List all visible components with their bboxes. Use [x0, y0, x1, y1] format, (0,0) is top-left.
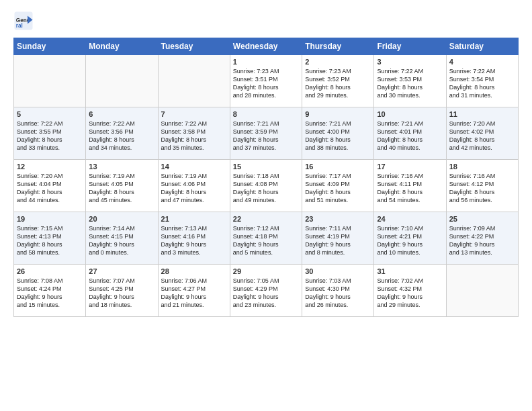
day-info: Sunrise: 7:16 AM Sunset: 4:11 PM Dayligh… [377, 172, 443, 205]
calendar-week-5: 26Sunrise: 7:08 AM Sunset: 4:24 PM Dayli… [14, 265, 519, 317]
day-info: Sunrise: 7:22 AM Sunset: 3:55 PM Dayligh… [17, 120, 83, 152]
calendar-cell: 5Sunrise: 7:22 AM Sunset: 3:55 PM Daylig… [14, 107, 86, 160]
day-number: 13 [89, 163, 154, 171]
day-info: Sunrise: 7:15 AM Sunset: 4:13 PM Dayligh… [17, 224, 83, 257]
day-info: Sunrise: 7:21 AM Sunset: 4:01 PM Dayligh… [377, 120, 443, 152]
day-info: Sunrise: 7:20 AM Sunset: 4:02 PM Dayligh… [449, 120, 515, 152]
calendar-table: SundayMondayTuesdayWednesdayThursdayFrid… [13, 38, 519, 317]
weekday-header-thursday: Thursday [302, 38, 374, 55]
day-info: Sunrise: 7:03 AM Sunset: 4:30 PM Dayligh… [305, 277, 371, 310]
day-info: Sunrise: 7:18 AM Sunset: 4:08 PM Dayligh… [233, 172, 299, 205]
day-number: 1 [233, 58, 299, 66]
header: Gene ral [13, 11, 519, 31]
day-number: 4 [449, 58, 515, 66]
calendar-cell: 3Sunrise: 7:22 AM Sunset: 3:53 PM Daylig… [374, 55, 446, 107]
day-number: 14 [161, 163, 227, 171]
day-number: 31 [377, 267, 443, 275]
calendar-cell: 11Sunrise: 7:20 AM Sunset: 4:02 PM Dayli… [446, 107, 518, 160]
calendar-cell: 13Sunrise: 7:19 AM Sunset: 4:05 PM Dayli… [86, 160, 158, 212]
calendar-week-3: 12Sunrise: 7:20 AM Sunset: 4:04 PM Dayli… [14, 160, 519, 212]
day-info: Sunrise: 7:21 AM Sunset: 4:00 PM Dayligh… [305, 120, 371, 152]
day-number: 10 [377, 110, 443, 118]
calendar-cell: 22Sunrise: 7:12 AM Sunset: 4:18 PM Dayli… [230, 212, 302, 265]
day-info: Sunrise: 7:17 AM Sunset: 4:09 PM Dayligh… [305, 172, 371, 205]
day-info: Sunrise: 7:19 AM Sunset: 4:05 PM Dayligh… [89, 172, 154, 205]
day-info: Sunrise: 7:22 AM Sunset: 3:56 PM Dayligh… [89, 120, 154, 152]
calendar-cell: 24Sunrise: 7:10 AM Sunset: 4:21 PM Dayli… [374, 212, 446, 265]
day-number: 17 [377, 163, 443, 171]
weekday-header-friday: Friday [374, 38, 446, 55]
day-number: 30 [305, 267, 371, 275]
weekday-header-monday: Monday [86, 38, 158, 55]
calendar-cell: 21Sunrise: 7:13 AM Sunset: 4:16 PM Dayli… [158, 212, 230, 265]
calendar-cell: 16Sunrise: 7:17 AM Sunset: 4:09 PM Dayli… [302, 160, 374, 212]
calendar-cell: 18Sunrise: 7:16 AM Sunset: 4:12 PM Dayli… [446, 160, 518, 212]
day-number: 2 [305, 58, 371, 66]
calendar-cell: 8Sunrise: 7:21 AM Sunset: 3:59 PM Daylig… [230, 107, 302, 160]
calendar-cell: 28Sunrise: 7:06 AM Sunset: 4:27 PM Dayli… [158, 265, 230, 317]
calendar-week-1: 1Sunrise: 7:23 AM Sunset: 3:51 PM Daylig… [14, 55, 519, 107]
day-number: 15 [233, 163, 299, 171]
weekday-header-saturday: Saturday [446, 38, 518, 55]
day-info: Sunrise: 7:12 AM Sunset: 4:18 PM Dayligh… [233, 224, 299, 257]
day-info: Sunrise: 7:22 AM Sunset: 3:53 PM Dayligh… [377, 67, 443, 100]
day-number: 12 [17, 163, 83, 171]
day-number: 24 [377, 215, 443, 223]
day-info: Sunrise: 7:02 AM Sunset: 4:32 PM Dayligh… [377, 277, 443, 310]
day-info: Sunrise: 7:10 AM Sunset: 4:21 PM Dayligh… [377, 224, 443, 257]
day-number: 16 [305, 163, 371, 171]
calendar-cell: 23Sunrise: 7:11 AM Sunset: 4:19 PM Dayli… [302, 212, 374, 265]
day-number: 22 [233, 215, 299, 223]
day-number: 28 [161, 267, 227, 275]
day-number: 7 [161, 110, 227, 118]
day-number: 19 [17, 215, 83, 223]
calendar-cell [158, 55, 230, 107]
day-number: 20 [89, 215, 154, 223]
calendar-cell: 9Sunrise: 7:21 AM Sunset: 4:00 PM Daylig… [302, 107, 374, 160]
day-info: Sunrise: 7:14 AM Sunset: 4:15 PM Dayligh… [89, 224, 154, 257]
day-number: 11 [449, 110, 515, 118]
day-number: 21 [161, 215, 227, 223]
day-number: 18 [449, 163, 515, 171]
weekday-header-wednesday: Wednesday [230, 38, 302, 55]
weekday-header-tuesday: Tuesday [158, 38, 230, 55]
calendar-cell: 27Sunrise: 7:07 AM Sunset: 4:25 PM Dayli… [86, 265, 158, 317]
day-info: Sunrise: 7:22 AM Sunset: 3:54 PM Dayligh… [449, 67, 515, 100]
svg-text:ral: ral [16, 23, 23, 29]
day-info: Sunrise: 7:08 AM Sunset: 4:24 PM Dayligh… [17, 277, 83, 310]
day-info: Sunrise: 7:22 AM Sunset: 3:58 PM Dayligh… [161, 120, 227, 152]
calendar-cell: 31Sunrise: 7:02 AM Sunset: 4:32 PM Dayli… [374, 265, 446, 317]
day-number: 26 [17, 267, 83, 275]
calendar-week-2: 5Sunrise: 7:22 AM Sunset: 3:55 PM Daylig… [14, 107, 519, 160]
day-info: Sunrise: 7:09 AM Sunset: 4:22 PM Dayligh… [449, 224, 515, 257]
calendar-cell: 25Sunrise: 7:09 AM Sunset: 4:22 PM Dayli… [446, 212, 518, 265]
weekday-header-row: SundayMondayTuesdayWednesdayThursdayFrid… [14, 38, 519, 55]
day-info: Sunrise: 7:20 AM Sunset: 4:04 PM Dayligh… [17, 172, 83, 205]
calendar-cell [86, 55, 158, 107]
calendar-cell: 2Sunrise: 7:23 AM Sunset: 3:52 PM Daylig… [302, 55, 374, 107]
day-info: Sunrise: 7:23 AM Sunset: 3:51 PM Dayligh… [233, 67, 299, 100]
logo: Gene ral [13, 11, 36, 31]
calendar-cell: 1Sunrise: 7:23 AM Sunset: 3:51 PM Daylig… [230, 55, 302, 107]
calendar-cell [14, 55, 86, 107]
calendar-cell: 15Sunrise: 7:18 AM Sunset: 4:08 PM Dayli… [230, 160, 302, 212]
day-number: 9 [305, 110, 371, 118]
logo-icon: Gene ral [13, 11, 34, 31]
day-number: 25 [449, 215, 515, 223]
calendar-cell: 30Sunrise: 7:03 AM Sunset: 4:30 PM Dayli… [302, 265, 374, 317]
day-info: Sunrise: 7:05 AM Sunset: 4:29 PM Dayligh… [233, 277, 299, 310]
calendar-cell: 6Sunrise: 7:22 AM Sunset: 3:56 PM Daylig… [86, 107, 158, 160]
day-number: 5 [17, 110, 83, 118]
day-number: 29 [233, 267, 299, 275]
day-info: Sunrise: 7:13 AM Sunset: 4:16 PM Dayligh… [161, 224, 227, 257]
day-info: Sunrise: 7:21 AM Sunset: 3:59 PM Dayligh… [233, 120, 299, 152]
weekday-header-sunday: Sunday [14, 38, 86, 55]
calendar-cell [446, 265, 518, 317]
calendar-cell: 4Sunrise: 7:22 AM Sunset: 3:54 PM Daylig… [446, 55, 518, 107]
day-info: Sunrise: 7:19 AM Sunset: 4:06 PM Dayligh… [161, 172, 227, 205]
calendar-cell: 14Sunrise: 7:19 AM Sunset: 4:06 PM Dayli… [158, 160, 230, 212]
calendar-week-4: 19Sunrise: 7:15 AM Sunset: 4:13 PM Dayli… [14, 212, 519, 265]
calendar-cell: 20Sunrise: 7:14 AM Sunset: 4:15 PM Dayli… [86, 212, 158, 265]
day-info: Sunrise: 7:16 AM Sunset: 4:12 PM Dayligh… [449, 172, 515, 205]
day-number: 27 [89, 267, 154, 275]
